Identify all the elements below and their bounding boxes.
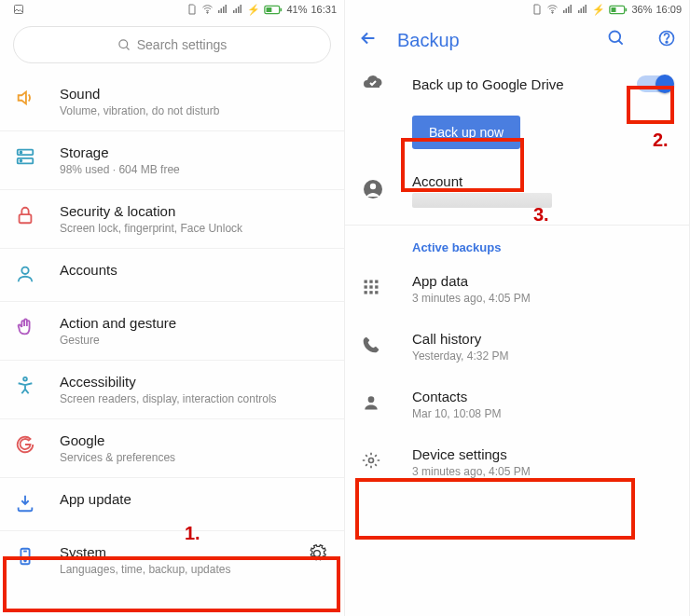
settings-item-accounts[interactable]: Accounts bbox=[0, 248, 344, 301]
item-subtitle: 98% used · 604 MB free bbox=[60, 163, 331, 176]
sim-icon bbox=[531, 4, 543, 15]
svg-point-52 bbox=[368, 396, 375, 403]
status-bar: ⚡ 36% 16:09 bbox=[345, 0, 689, 19]
svg-rect-30 bbox=[578, 10, 580, 13]
clock-text: 16:31 bbox=[310, 4, 337, 15]
sim-icon bbox=[186, 4, 198, 15]
svg-rect-32 bbox=[583, 7, 585, 13]
svg-rect-31 bbox=[581, 8, 583, 13]
backup-item-title: App data bbox=[412, 273, 672, 289]
person-icon bbox=[362, 393, 380, 416]
svg-rect-49 bbox=[365, 291, 367, 294]
svg-rect-28 bbox=[568, 7, 570, 13]
svg-rect-35 bbox=[612, 7, 616, 12]
backup-item-app-data[interactable]: App data 3 minutes ago, 4:05 PM bbox=[345, 260, 689, 318]
svg-point-20 bbox=[21, 267, 28, 274]
svg-point-13 bbox=[119, 39, 128, 48]
backup-drive-label: Back up to Google Drive bbox=[412, 76, 620, 92]
battery-percent: 41% bbox=[286, 4, 307, 15]
account-value-redacted bbox=[412, 193, 552, 208]
wifi-icon bbox=[201, 4, 214, 15]
svg-rect-43 bbox=[365, 281, 367, 283]
account-row[interactable]: Account bbox=[345, 160, 689, 221]
active-backups-header: Active backups bbox=[345, 226, 689, 260]
item-subtitle: Screen readers, display, interaction con… bbox=[60, 392, 331, 405]
bolt-icon: ⚡ bbox=[247, 4, 260, 16]
svg-rect-51 bbox=[375, 291, 378, 294]
svg-line-38 bbox=[619, 41, 623, 45]
svg-rect-46 bbox=[365, 285, 367, 288]
settings-item-google[interactable]: Google Services & preferences bbox=[0, 418, 344, 477]
picture-icon bbox=[13, 4, 24, 15]
svg-point-40 bbox=[666, 41, 668, 43]
svg-point-18 bbox=[21, 160, 22, 162]
svg-rect-29 bbox=[571, 5, 573, 13]
backup-item-title: Contacts bbox=[412, 389, 672, 404]
search-input[interactable]: Search settings bbox=[13, 26, 331, 63]
svg-rect-5 bbox=[226, 5, 228, 13]
svg-rect-9 bbox=[241, 5, 242, 13]
svg-rect-7 bbox=[236, 8, 238, 13]
item-subtitle: Volume, vibration, do not disturb bbox=[60, 104, 331, 117]
battery-icon bbox=[264, 5, 283, 15]
svg-point-21 bbox=[23, 377, 27, 381]
svg-point-25 bbox=[552, 12, 553, 13]
battery-percent: 36% bbox=[631, 4, 652, 15]
backup-screen: ⚡ 36% 16:09 Backup Back up to Google Dri… bbox=[345, 0, 690, 616]
svg-rect-48 bbox=[375, 285, 378, 288]
backup-now-button[interactable]: Back up now bbox=[412, 116, 520, 149]
phone-icon bbox=[362, 335, 380, 358]
signal-icon bbox=[217, 4, 228, 15]
storage-icon bbox=[15, 146, 35, 171]
account-circle-icon bbox=[362, 178, 384, 204]
clock-text: 16:09 bbox=[656, 4, 682, 15]
svg-rect-3 bbox=[221, 8, 223, 13]
item-title: Accessibility bbox=[60, 374, 331, 390]
svg-rect-45 bbox=[375, 281, 378, 283]
apps-icon bbox=[362, 278, 380, 300]
settings-item-sound[interactable]: Sound Volume, vibration, do not disturb bbox=[0, 73, 344, 130]
lock-icon bbox=[15, 205, 35, 229]
item-title: Security & location bbox=[60, 203, 331, 219]
svg-rect-6 bbox=[233, 10, 235, 13]
item-title: Storage bbox=[60, 144, 331, 160]
svg-line-14 bbox=[126, 47, 129, 49]
item-subtitle: Languages, time, backup, updates bbox=[60, 563, 303, 576]
help-icon[interactable] bbox=[657, 29, 676, 51]
backup-item-contacts[interactable]: Contacts Mar 10, 10:08 PM bbox=[345, 376, 689, 433]
cloud-done-icon bbox=[362, 71, 384, 97]
gear-icon[interactable] bbox=[303, 544, 331, 563]
signal-icon bbox=[562, 4, 573, 15]
settings-screen: ⚡ 41% 16:31 Search settings Sound Volume… bbox=[0, 0, 345, 616]
backup-item-call-history[interactable]: Call history Yesterday, 4:32 PM bbox=[345, 318, 689, 376]
svg-rect-2 bbox=[218, 10, 220, 13]
item-subtitle: Gesture bbox=[60, 334, 331, 347]
settings-item-security[interactable]: Security & location Screen lock, fingerp… bbox=[0, 189, 344, 248]
svg-point-1 bbox=[207, 12, 208, 13]
system-icon bbox=[15, 546, 35, 570]
bolt-icon: ⚡ bbox=[592, 4, 605, 16]
backup-to-drive-row[interactable]: Back up to Google Drive bbox=[345, 58, 689, 110]
settings-item-app-update[interactable]: App update bbox=[0, 477, 344, 530]
google-icon bbox=[15, 434, 35, 459]
back-icon[interactable] bbox=[358, 28, 379, 52]
wifi-icon bbox=[546, 4, 559, 15]
item-title: Sound bbox=[60, 86, 331, 102]
search-icon[interactable] bbox=[607, 29, 626, 51]
item-title: App update bbox=[60, 491, 331, 507]
accessibility-icon bbox=[15, 376, 35, 400]
settings-item-gesture[interactable]: Action and gesture Gesture bbox=[0, 301, 344, 360]
svg-rect-8 bbox=[238, 7, 240, 13]
settings-item-storage[interactable]: Storage 98% used · 604 MB free bbox=[0, 130, 344, 189]
signal2-icon bbox=[577, 4, 588, 15]
item-title: System bbox=[60, 544, 303, 560]
svg-rect-12 bbox=[281, 7, 283, 10]
svg-point-37 bbox=[610, 32, 621, 43]
svg-point-53 bbox=[369, 459, 374, 463]
settings-item-system[interactable]: System Languages, time, backup, updates bbox=[0, 530, 344, 589]
signal2-icon bbox=[232, 4, 243, 15]
settings-item-accessibility[interactable]: Accessibility Screen readers, display, i… bbox=[0, 360, 344, 418]
backup-item-device-settings[interactable]: Device settings 3 minutes ago, 4:05 PM bbox=[345, 433, 689, 491]
update-icon bbox=[15, 493, 35, 517]
backup-drive-toggle[interactable] bbox=[637, 75, 672, 92]
